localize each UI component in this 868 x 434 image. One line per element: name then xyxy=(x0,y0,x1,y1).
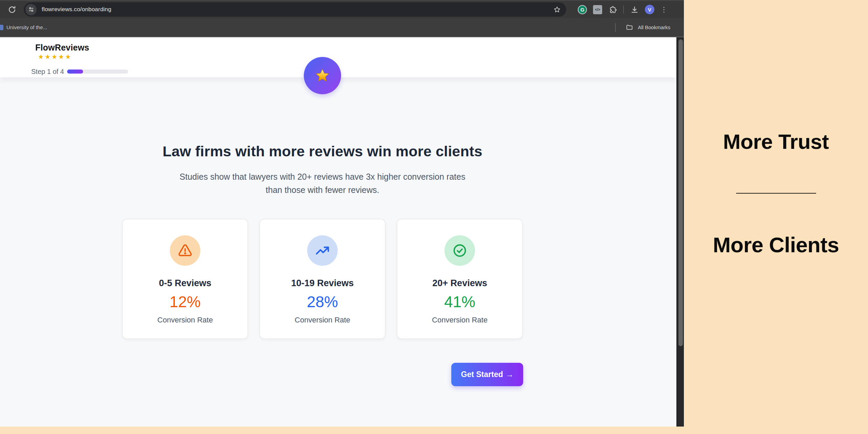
url-bar[interactable]: flowreviews.co/onboarding xyxy=(24,2,566,17)
progress-bar xyxy=(67,70,128,74)
card-caption: Conversion Rate xyxy=(157,316,213,324)
card-label: 20+ Reviews xyxy=(432,278,487,289)
browser-toolbar: flowreviews.co/onboarding G </> V xyxy=(0,0,684,18)
grammarly-extension-icon[interactable]: G xyxy=(578,5,587,14)
profile-avatar[interactable]: V xyxy=(645,5,654,14)
toolbar-separator xyxy=(623,5,624,14)
warning-triangle-icon xyxy=(170,235,200,266)
star-icon xyxy=(315,68,330,83)
folder-icon xyxy=(626,24,633,31)
reload-icon[interactable] xyxy=(7,5,16,14)
browser-menu-icon[interactable]: ⋮ xyxy=(660,6,667,13)
all-bookmarks-button[interactable]: All Bookmarks xyxy=(638,24,670,30)
card-value: 28% xyxy=(307,293,338,311)
card-caption: Conversion Rate xyxy=(295,316,350,324)
side-panel-bottom-text: More Clients xyxy=(680,233,868,257)
card-value: 12% xyxy=(170,293,201,311)
stat-card-20-plus-reviews: 20+ Reviews 41% Conversion Rate xyxy=(397,219,523,339)
rating-stars-icon: ★★★★★ xyxy=(38,53,72,60)
stat-card-10-19-reviews: 10-19 Reviews 28% Conversion Rate xyxy=(259,219,386,339)
card-label: 0-5 Reviews xyxy=(159,278,212,289)
card-value: 41% xyxy=(444,293,475,311)
check-circle-icon xyxy=(445,235,475,266)
side-panel: More Trust More Clients xyxy=(684,0,868,434)
page-content: FlowReviews ★★★★★ Step 1 of 4 xyxy=(0,37,676,427)
extensions-puzzle-icon[interactable] xyxy=(608,5,617,14)
site-settings-icon[interactable] xyxy=(25,4,37,15)
brand-logo: FlowReviews xyxy=(35,43,89,53)
progress-fill xyxy=(67,70,83,74)
trending-up-icon xyxy=(307,235,338,266)
browser-window: flowreviews.co/onboarding G </> V xyxy=(0,0,684,427)
scrollbar-track[interactable] xyxy=(676,37,684,427)
bookmarks-bar: University of the... All Bookmarks xyxy=(0,18,684,37)
page-title: Law firms with more reviews win more cli… xyxy=(0,143,645,160)
arrow-right-icon: → xyxy=(506,370,513,379)
bookmark-star-icon[interactable] xyxy=(553,5,561,14)
downloads-icon[interactable] xyxy=(630,5,639,14)
card-label: 10-19 Reviews xyxy=(291,278,354,289)
side-panel-top-text: More Trust xyxy=(684,130,868,154)
bookmark-item[interactable]: University of the... xyxy=(6,24,47,30)
hero-badge xyxy=(304,57,341,94)
stat-card-0-5-reviews: 0-5 Reviews 12% Conversion Rate xyxy=(122,219,248,339)
get-started-button[interactable]: Get Started→ xyxy=(451,363,523,386)
card-caption: Conversion Rate xyxy=(432,316,488,324)
page-subtitle: Studies show that lawyers with 20+ revie… xyxy=(165,170,480,197)
url-text: flowreviews.co/onboarding xyxy=(42,6,553,13)
bookmarks-separator xyxy=(615,23,616,32)
extension-cluster: G </> V ⋮ xyxy=(578,5,667,14)
bookmark-favicon xyxy=(0,25,3,30)
scrollbar-thumb[interactable] xyxy=(678,39,683,346)
step-indicator: Step 1 of 4 xyxy=(31,68,64,76)
side-panel-divider xyxy=(736,193,816,194)
code-extension-icon[interactable]: </> xyxy=(593,5,602,14)
